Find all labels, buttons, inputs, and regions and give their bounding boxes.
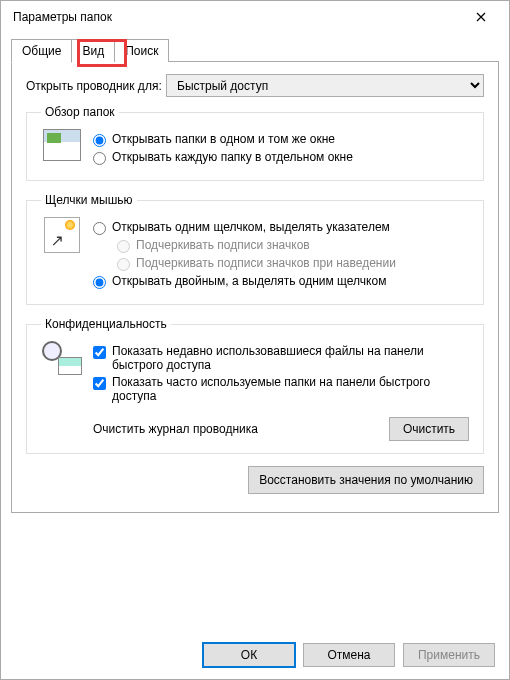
privacy-options: Показать недавно использовавшиеся файлы … [93,341,469,441]
dialog-buttons: ОК Отмена Применить [1,635,509,679]
privacy-legend: Конфиденциальность [41,317,171,331]
tab-view[interactable]: Вид [71,39,115,62]
content-area: Общие Вид Поиск Открыть проводник для: Б… [1,33,509,635]
radio-double-click[interactable] [93,276,106,289]
radio-single-click[interactable] [93,222,106,235]
radio-same-window-label: Открывать папки в одном и том же окне [112,132,469,146]
window-title: Параметры папок [9,10,461,24]
browse-folders-group: Обзор папок Открывать папки в одном и то… [26,105,484,181]
open-explorer-label: Открыть проводник для: [26,79,166,93]
radio-single-click-label: Открывать одним щелчком, выделять указат… [112,220,469,234]
browse-folders-options: Открывать папки в одном и том же окне От… [93,129,469,168]
close-icon [476,12,486,22]
click-items-icon [41,217,83,255]
browse-folders-icon [41,129,83,167]
restore-defaults-row: Восстановить значения по умолчанию [26,466,484,494]
open-explorer-select[interactable]: Быстрый доступ [166,74,484,97]
radio-underline-always [117,240,130,253]
checkbox-frequent-folders[interactable] [93,377,106,390]
radio-same-window[interactable] [93,134,106,147]
apply-button[interactable]: Применить [403,643,495,667]
radio-own-window[interactable] [93,152,106,165]
tab-strip: Общие Вид Поиск [11,39,499,62]
open-explorer-row: Открыть проводник для: Быстрый доступ [26,74,484,97]
click-items-group: Щелчки мышью Открывать одним щелчком, вы… [26,193,484,305]
checkbox-recent-files-label: Показать недавно использовавшиеся файлы … [112,344,469,372]
radio-own-window-label: Открывать каждую папку в отдельном окне [112,150,469,164]
tab-general-body: Открыть проводник для: Быстрый доступ Об… [11,61,499,513]
clear-button[interactable]: Очистить [389,417,469,441]
checkbox-frequent-folders-label: Показать часто используемые папки на пан… [112,375,469,403]
clear-history-label: Очистить журнал проводника [93,422,258,436]
cancel-button[interactable]: Отмена [303,643,395,667]
tab-general[interactable]: Общие [11,39,72,63]
click-items-legend: Щелчки мышью [41,193,137,207]
browse-folders-legend: Обзор папок [41,105,119,119]
tabs-container: Общие Вид Поиск Открыть проводник для: Б… [11,39,499,514]
close-button[interactable] [461,3,501,31]
click-items-options: Открывать одним щелчком, выделять указат… [93,217,469,292]
radio-underline-hover-label: Подчеркивать подписи значков при наведен… [136,256,469,270]
radio-underline-hover [117,258,130,271]
clear-history-row: Очистить журнал проводника Очистить [93,417,469,441]
titlebar: Параметры папок [1,1,509,33]
folder-options-dialog: Параметры папок Общие Вид Поиск Открыть … [0,0,510,680]
checkbox-recent-files[interactable] [93,346,106,359]
restore-defaults-button[interactable]: Восстановить значения по умолчанию [248,466,484,494]
ok-button[interactable]: ОК [203,643,295,667]
tab-search[interactable]: Поиск [114,39,169,62]
radio-underline-always-label: Подчеркивать подписи значков [136,238,469,252]
privacy-group: Конфиденциальность Показать недавно испо… [26,317,484,454]
privacy-icon [41,341,83,379]
radio-double-click-label: Открывать двойным, а выделять одним щелч… [112,274,469,288]
